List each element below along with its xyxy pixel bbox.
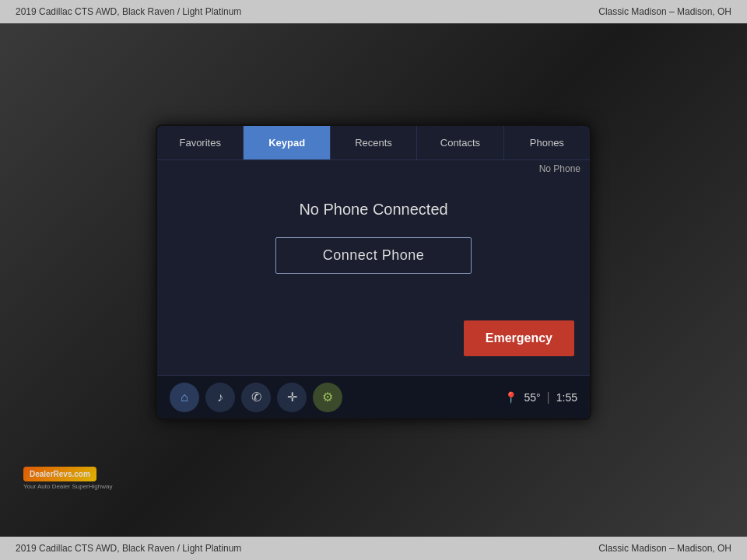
tab-recents[interactable]: Recents — [331, 126, 417, 159]
emergency-button[interactable]: Emergency — [464, 320, 574, 356]
watermark-tagline: Your Auto Dealer SuperHighway — [23, 483, 112, 490]
no-phone-label: No Phone — [157, 160, 590, 177]
watermark: DealerRevs.com Your Auto Dealer SuperHig… — [23, 466, 112, 490]
top-bar-right: Classic Madison – Madison, OH — [598, 6, 731, 17]
tab-keypad[interactable]: Keypad — [244, 126, 330, 159]
watermark-logo: DealerRevs.com — [23, 467, 96, 481]
bottom-bar-right: Classic Madison – Madison, OH — [598, 543, 731, 554]
status-divider: | — [547, 390, 550, 404]
screen-inner: No Phone No Phone Connected Connect Phon… — [157, 160, 590, 418]
settings-nav-icon[interactable]: ⚙ — [313, 383, 342, 412]
top-bar-left: 2019 Cadillac CTS AWD, Black Raven / Lig… — [16, 6, 241, 17]
tab-contacts[interactable]: Contacts — [417, 126, 503, 159]
bottom-bar-left: 2019 Cadillac CTS AWD, Black Raven / Lig… — [16, 543, 241, 554]
tab-phones[interactable]: Phones — [504, 126, 590, 159]
nav-icons: ⌂ ♪ ✆ ✛ ⚙ — [157, 383, 504, 412]
time-display: 1:55 — [556, 391, 577, 404]
music-nav-icon[interactable]: ♪ — [205, 383, 235, 412]
status-bar: 📍 55° | 1:55 — [504, 390, 590, 404]
bottom-bar: 2019 Cadillac CTS AWD, Black Raven / Lig… — [0, 537, 747, 560]
temperature-display: 55° — [524, 391, 540, 404]
top-bar: 2019 Cadillac CTS AWD, Black Raven / Lig… — [0, 0, 747, 23]
tab-bar: Favorites Keypad Recents Contacts Phones — [157, 126, 590, 160]
connect-phone-button[interactable]: Connect Phone — [275, 237, 472, 274]
phone-nav-icon[interactable]: ✆ — [241, 383, 271, 412]
location-icon: 📍 — [504, 391, 517, 404]
bottom-nav: ⌂ ♪ ✆ ✛ ⚙ 📍 55° | 1:55 — [157, 375, 590, 418]
home-nav-icon[interactable]: ⌂ — [170, 383, 199, 412]
main-content: No Phone Connected Connect Phone — [157, 177, 590, 289]
navigation-nav-icon[interactable]: ✛ — [277, 383, 307, 412]
no-phone-connected-text: No Phone Connected — [299, 201, 447, 219]
car-area: Favorites Keypad Recents Contacts Phones… — [0, 23, 747, 537]
infotainment-screen: Favorites Keypad Recents Contacts Phones… — [156, 124, 591, 420]
tab-favorites[interactable]: Favorites — [157, 126, 244, 159]
